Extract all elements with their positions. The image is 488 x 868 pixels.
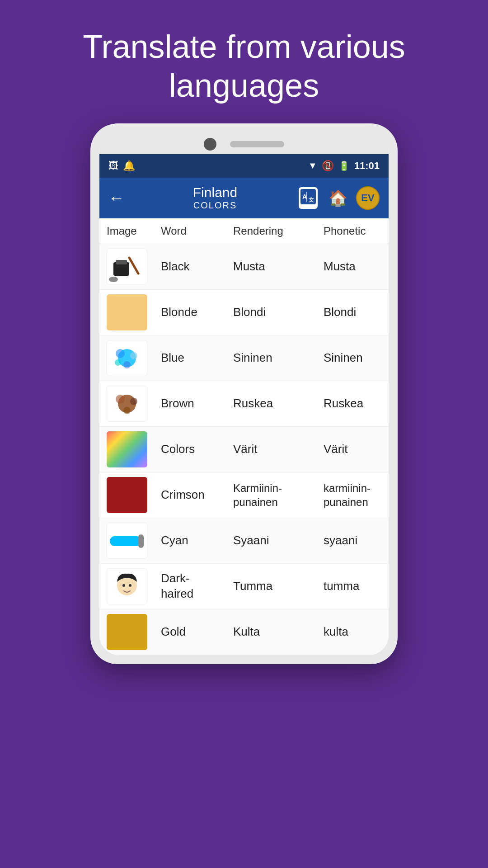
rendering-black: Musta xyxy=(233,259,324,274)
phone-inner: 🖼 🔔 ▼ 📵 🔋 11:01 ← Finland COLORS xyxy=(99,132,389,655)
rendering-blue: Sininen xyxy=(233,351,324,365)
rendering-crimson: Karmiinin-punainen xyxy=(233,481,324,509)
wifi-icon: ▼ xyxy=(308,160,317,171)
svg-text:A: A xyxy=(302,193,307,200)
gold-image xyxy=(107,614,147,650)
svg-text:文: 文 xyxy=(309,197,314,203)
speaker xyxy=(230,141,284,147)
table-container: Image Word Rendering Phonetic Audio xyxy=(99,218,389,655)
svg-point-20 xyxy=(122,584,125,587)
battery-icon: 🔋 xyxy=(338,160,350,171)
svg-point-21 xyxy=(129,584,131,587)
svg-point-14 xyxy=(116,395,125,404)
app-bar-title: Finland COLORS xyxy=(134,185,296,211)
colors-image xyxy=(107,431,147,467)
word-darkhaired: Dark-haired xyxy=(161,571,233,602)
app-bar-icons: A 文 🏠 EV xyxy=(296,186,380,210)
table-row: Crimson Karmiinin-punainen karmiinin-pun… xyxy=(99,472,389,518)
table-row: Colors Värit Värit 🔊 🦉 xyxy=(99,427,389,472)
translate-button[interactable]: A 文 xyxy=(296,186,320,210)
svg-point-16 xyxy=(123,407,131,414)
home-icon: 🏠 xyxy=(328,189,347,207)
ev-icon: EV xyxy=(361,192,374,204)
phonetic-blue: Sininen xyxy=(324,351,389,365)
notification-icon: 🔔 xyxy=(123,160,135,172)
rendering-cyan: Syaani xyxy=(233,533,324,547)
table-row: Cyan Syaani syaani 🔊 🦉 xyxy=(99,518,389,564)
table-row: Dark-haired Tumma tumma 🔊 🦉 xyxy=(99,564,389,609)
status-bar: 🖼 🔔 ▼ 📵 🔋 11:01 xyxy=(99,154,389,178)
phone-wrapper: 🖼 🔔 ▼ 📵 🔋 11:01 ← Finland COLORS xyxy=(90,123,398,868)
header-image: Image xyxy=(107,225,161,237)
brown-image xyxy=(107,386,147,422)
signal-icon: 📵 xyxy=(322,160,334,172)
rendering-colors: Värit xyxy=(233,442,324,456)
table-row: Blonde Blondi Blondi 🔊 🦉 xyxy=(99,290,389,335)
word-blue: Blue xyxy=(161,351,233,365)
table-header: Image Word Rendering Phonetic Audio xyxy=(99,218,389,244)
rendering-darkhaired: Tumma xyxy=(233,579,324,593)
svg-rect-5 xyxy=(116,260,127,264)
app-bar: ← Finland COLORS A 文 xyxy=(99,178,389,218)
svg-point-10 xyxy=(130,352,137,359)
table-row: Blue Sininen Sininen 🔊 🦉 xyxy=(99,335,389,381)
status-right: ▼ 📵 🔋 11:01 xyxy=(308,160,380,172)
word-colors: Colors xyxy=(161,442,233,456)
darkhaired-image xyxy=(107,568,147,604)
app-title-sub: COLORS xyxy=(134,200,296,211)
svg-point-7 xyxy=(109,277,118,282)
blue-image xyxy=(107,340,147,376)
phone-top xyxy=(99,132,389,154)
word-black: Black xyxy=(161,259,233,274)
header-word: Word xyxy=(161,225,233,237)
word-crimson: Crimson xyxy=(161,488,233,502)
rendering-gold: Kulta xyxy=(233,625,324,639)
phonetic-black: Musta xyxy=(324,259,389,274)
hero-title: Translate from various languages xyxy=(0,0,488,123)
ev-button[interactable]: EV xyxy=(356,186,380,210)
svg-point-12 xyxy=(115,359,121,366)
phonetic-gold: kulta xyxy=(324,625,389,639)
rendering-blonde: Blondi xyxy=(233,305,324,319)
clock: 11:01 xyxy=(354,160,380,172)
crimson-image xyxy=(107,477,147,513)
svg-line-6 xyxy=(129,258,138,274)
table-row: Black Musta Musta 🔊 🦉 xyxy=(99,244,389,290)
phonetic-cyan: syaani xyxy=(324,533,389,547)
status-left: 🖼 🔔 xyxy=(108,160,135,172)
svg-point-9 xyxy=(116,349,125,358)
phonetic-blonde: Blondi xyxy=(324,305,389,319)
back-button[interactable]: ← xyxy=(108,189,125,208)
svg-rect-17 xyxy=(110,536,141,546)
word-brown: Brown xyxy=(161,396,233,410)
app-title-main: Finland xyxy=(134,185,296,200)
word-cyan: Cyan xyxy=(161,533,233,547)
table-row: Brown Ruskea Ruskea 🔊 🦉 xyxy=(99,381,389,427)
home-button[interactable]: 🏠 xyxy=(326,186,350,210)
phonetic-darkhaired: tumma xyxy=(324,579,389,593)
word-gold: Gold xyxy=(161,625,233,639)
cyan-image xyxy=(107,523,147,559)
rendering-brown: Ruskea xyxy=(233,396,324,410)
header-rendering: Rendering xyxy=(233,225,324,237)
svg-rect-18 xyxy=(138,534,144,548)
blonde-image xyxy=(107,294,147,330)
phonetic-crimson: karmiinin-punainen xyxy=(324,481,389,509)
svg-point-15 xyxy=(130,398,137,405)
translate-icon: A 文 xyxy=(299,187,318,209)
svg-point-11 xyxy=(123,361,131,368)
camera xyxy=(204,138,216,151)
phone: 🖼 🔔 ▼ 📵 🔋 11:01 ← Finland COLORS xyxy=(90,123,398,664)
word-blonde: Blonde xyxy=(161,305,233,319)
phonetic-brown: Ruskea xyxy=(324,396,389,410)
black-image xyxy=(107,249,147,285)
phonetic-colors: Värit xyxy=(324,442,389,456)
image-icon: 🖼 xyxy=(108,160,118,172)
header-phonetic: Phonetic xyxy=(324,225,389,237)
table-row: Gold Kulta kulta 🔊 🦉 xyxy=(99,609,389,655)
